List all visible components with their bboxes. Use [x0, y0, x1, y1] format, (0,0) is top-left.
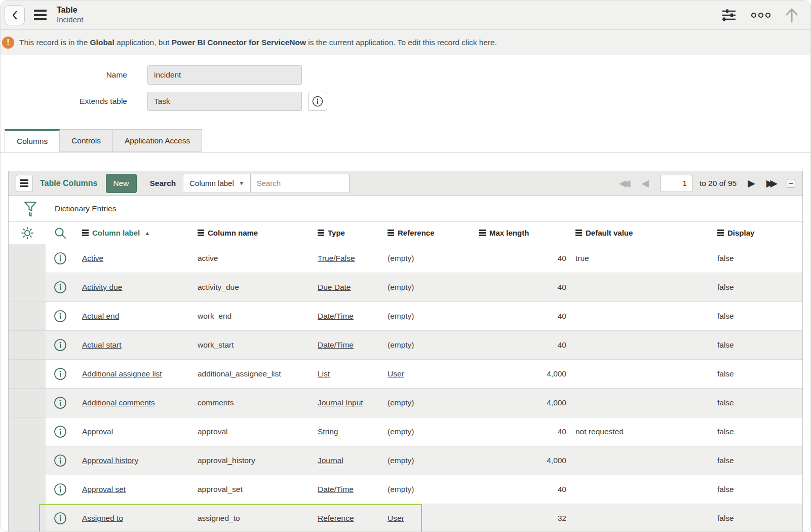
column-label-link[interactable]: Actual start [82, 340, 122, 349]
type-link[interactable]: Journal Input [318, 398, 363, 407]
table-columns-list: Table Columns New Search Column label ▼ … [8, 171, 803, 532]
global-app-name: Global [90, 38, 114, 47]
gear-icon[interactable] [21, 226, 34, 240]
column-label-link[interactable]: Additional comments [82, 398, 155, 407]
reference-cell[interactable]: User [388, 514, 404, 522]
max-length-cell: 4,000 [547, 456, 566, 465]
collapse-list-icon[interactable] [787, 179, 795, 187]
extends-table-field[interactable] [147, 92, 302, 111]
type-link[interactable]: Journal [318, 456, 343, 465]
list-menu-icon[interactable] [16, 175, 33, 192]
table-row: Actual start work_start Date/Time (empty… [9, 331, 802, 360]
personalize-sliders-icon[interactable] [721, 9, 737, 22]
filter-breadcrumb-label[interactable]: Dictionary Entries [55, 204, 116, 213]
more-options-icon[interactable] [751, 12, 771, 18]
row-gutter[interactable] [9, 331, 46, 359]
column-label-link[interactable]: Approval [82, 427, 113, 436]
header-max-length[interactable]: Max length [472, 229, 569, 237]
row-info-icon[interactable] [54, 338, 67, 352]
extends-table-info-button[interactable] [308, 92, 327, 111]
row-info-icon[interactable] [54, 454, 67, 467]
type-link[interactable]: String [318, 427, 338, 436]
type-link[interactable]: Reference [318, 514, 354, 522]
display-cell: false [717, 312, 734, 320]
column-name-cell: active [198, 254, 218, 262]
extends-table-field-label: Extends table [1, 97, 127, 106]
column-menu-icon [575, 230, 582, 236]
row-info-icon[interactable] [54, 512, 67, 525]
last-page-button[interactable]: ▶▶ [766, 178, 778, 188]
header-reference[interactable]: Reference [380, 229, 472, 237]
tab-columns[interactable]: Columns [5, 129, 60, 152]
first-page-button[interactable]: ◀◀ [619, 178, 630, 188]
row-info-icon[interactable] [54, 310, 67, 323]
row-info-icon[interactable] [54, 281, 67, 294]
max-length-cell: 40 [558, 340, 566, 349]
type-link[interactable]: True/False [318, 254, 355, 262]
row-gutter[interactable] [9, 389, 46, 417]
column-label-link[interactable]: Active [82, 254, 103, 262]
search-input[interactable] [250, 174, 350, 193]
click-here-link[interactable]: click here. [461, 38, 497, 47]
context-menu-icon[interactable] [34, 10, 47, 20]
reference-cell: (empty) [388, 456, 414, 465]
tab-controls[interactable]: Controls [60, 129, 113, 152]
display-cell: false [717, 456, 734, 465]
row-info-icon[interactable] [54, 483, 67, 496]
tab-application-access[interactable]: Application Access [113, 129, 202, 152]
header-column-label[interactable]: Column label ▲ [74, 229, 190, 237]
reference-cell: (empty) [388, 398, 414, 407]
table-header-row: Column label ▲ Column name Type Referenc… [9, 222, 802, 244]
table-row: Approval history approval_history Journa… [9, 446, 802, 475]
name-field[interactable] [147, 65, 302, 85]
row-gutter[interactable] [9, 273, 46, 301]
row-gutter[interactable] [9, 417, 46, 446]
header-column-name[interactable]: Column name [190, 229, 310, 237]
row-info-icon[interactable] [54, 252, 67, 265]
previous-page-button[interactable]: ◀ [641, 178, 649, 188]
scroll-to-top-icon[interactable] [785, 8, 798, 23]
row-info-icon[interactable] [54, 425, 67, 438]
type-link[interactable]: Date/Time [318, 485, 354, 493]
reference-cell: (empty) [388, 340, 414, 349]
table-row: Actual end work_end Date/Time (empty) 40… [9, 302, 802, 331]
column-label-link[interactable]: Activity due [82, 283, 122, 291]
header-display[interactable]: Display [711, 229, 802, 237]
max-length-cell: 40 [558, 312, 566, 320]
funnel-icon[interactable] [24, 201, 37, 217]
reference-cell: (empty) [388, 427, 414, 436]
type-link[interactable]: Date/Time [318, 312, 354, 320]
column-name-cell: additional_assignee_list [198, 369, 281, 378]
next-page-button[interactable]: ▶ [748, 178, 755, 188]
header-type[interactable]: Type [310, 229, 380, 237]
form-tabs: Columns Controls Application Access [1, 129, 810, 153]
table-row: Approval approval String (empty) 40 not … [9, 417, 802, 446]
search-field-dropdown[interactable]: Column label ▼ [183, 174, 250, 193]
type-link[interactable]: List [318, 369, 330, 378]
column-label-link[interactable]: Approval set [82, 485, 126, 493]
row-gutter[interactable] [9, 446, 46, 475]
row-info-icon[interactable] [54, 367, 67, 381]
reference-cell[interactable]: User [388, 369, 404, 378]
column-menu-icon [318, 230, 324, 236]
list-title: Table Columns [40, 179, 98, 188]
row-gutter[interactable] [9, 475, 46, 504]
row-info-icon[interactable] [54, 396, 67, 409]
max-length-cell: 40 [558, 254, 566, 262]
column-label-link[interactable]: Assigned to [82, 514, 123, 522]
new-button[interactable]: New [106, 174, 137, 193]
column-name-cell: work_end [198, 312, 231, 320]
row-gutter[interactable] [9, 504, 46, 532]
back-button[interactable] [5, 5, 25, 25]
column-label-link[interactable]: Approval history [82, 456, 138, 465]
header-default-value[interactable]: Default value [569, 229, 711, 237]
column-label-link[interactable]: Additional assignee list [82, 369, 162, 378]
column-search-icon[interactable] [54, 226, 67, 240]
row-gutter[interactable] [9, 244, 46, 273]
row-gutter[interactable] [9, 360, 46, 388]
column-label-link[interactable]: Actual end [82, 312, 119, 320]
page-number-input[interactable] [660, 175, 692, 192]
row-gutter[interactable] [9, 302, 46, 330]
type-link[interactable]: Date/Time [318, 340, 354, 349]
type-link[interactable]: Due Date [318, 283, 351, 291]
